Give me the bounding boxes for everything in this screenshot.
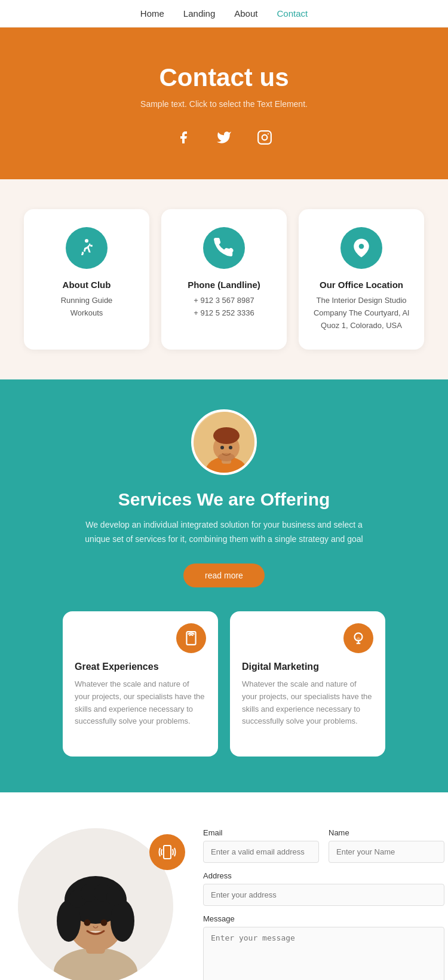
address-input[interactable]: [203, 884, 444, 906]
name-input[interactable]: [329, 841, 444, 863]
svg-point-10: [220, 446, 224, 449]
great-experiences-desc: Whatever the scale and nature of your pr…: [75, 678, 206, 728]
service-cards-container: Great Experiences Whatever the scale and…: [18, 611, 430, 757]
svg-point-2: [268, 133, 269, 134]
twitter-icon[interactable]: [212, 125, 236, 149]
phone-numbers: + 912 3 567 8987+ 912 5 252 3336: [173, 295, 275, 320]
contact-form: Email Name Address Message SUBMIT Images…: [203, 828, 444, 980]
facebook-icon[interactable]: [171, 125, 195, 149]
social-icons: [12, 125, 436, 149]
phone-title: Phone (Landline): [173, 280, 275, 290]
svg-point-3: [85, 239, 88, 243]
nav-landing[interactable]: Landing: [183, 8, 215, 19]
svg-point-4: [359, 244, 364, 249]
svg-point-28: [101, 920, 108, 926]
services-description: We develop an individual integrated solu…: [75, 518, 373, 547]
location-address: The Interior Design Studio Company The C…: [311, 295, 412, 332]
form-image-side: [18, 828, 185, 980]
contact-form-section: Email Name Address Message SUBMIT Images…: [0, 792, 448, 980]
email-input[interactable]: [203, 841, 319, 863]
svg-rect-0: [258, 131, 271, 144]
name-label: Name: [329, 828, 444, 837]
digital-marketing-card: Digital Marketing Whatever the scale and…: [230, 611, 385, 757]
digital-marketing-title: Digital Marketing: [242, 662, 373, 672]
location-title: Our Office Location: [311, 280, 412, 290]
svg-point-1: [262, 135, 268, 140]
read-more-button[interactable]: read more: [183, 564, 265, 587]
great-experiences-title: Great Experiences: [75, 662, 206, 672]
hero-subtitle: Sample text. Click to select the Text El…: [12, 99, 436, 109]
nav-contact[interactable]: Contact: [277, 8, 308, 19]
svg-point-12: [218, 453, 235, 461]
name-group: Name: [329, 828, 444, 863]
digital-marketing-desc: Whatever the scale and nature of your pr…: [242, 678, 373, 728]
svg-point-26: [106, 889, 123, 905]
great-experiences-card: Great Experiences Whatever the scale and…: [63, 611, 218, 757]
email-label: Email: [203, 828, 319, 837]
address-label: Address: [203, 871, 444, 880]
phone-icon: [203, 227, 245, 269]
about-club-title: About Club: [36, 280, 137, 290]
svg-rect-29: [164, 846, 171, 859]
svg-point-27: [84, 920, 91, 926]
services-title: Services We are Offering: [18, 489, 430, 510]
nav-home[interactable]: Home: [140, 8, 164, 19]
contact-cards-section: About Club Running GuideWorkouts Phone (…: [0, 179, 448, 379]
instagram-icon[interactable]: [253, 125, 277, 149]
message-textarea[interactable]: [203, 927, 444, 980]
services-section: Services We are Offering We develop an i…: [0, 379, 448, 792]
runner-icon: [66, 227, 108, 269]
about-club-card: About Club Running GuideWorkouts: [24, 209, 149, 350]
location-icon: [340, 227, 382, 269]
about-club-lines: Running GuideWorkouts: [36, 295, 137, 320]
svg-point-9: [213, 427, 240, 444]
person-avatar: [191, 409, 257, 475]
location-card: Our Office Location The Interior Design …: [299, 209, 424, 350]
navigation: Home Landing About Contact: [0, 0, 448, 27]
email-group: Email: [203, 828, 319, 863]
svg-point-11: [229, 446, 232, 449]
nav-about[interactable]: About: [234, 8, 257, 19]
hero-section: Contact us Sample text. Click to select …: [0, 27, 448, 179]
bulb-icon: [343, 623, 373, 653]
hero-title: Contact us: [12, 63, 436, 92]
address-group: Address: [203, 871, 444, 906]
svg-point-22: [111, 900, 134, 942]
mobile-icon: [176, 623, 206, 653]
phone-card: Phone (Landline) + 912 3 567 8987+ 912 5…: [161, 209, 287, 350]
message-label: Message: [203, 914, 444, 923]
phone-ringing-icon: [149, 834, 185, 870]
message-group: Message: [203, 914, 444, 980]
email-name-row: Email Name: [203, 828, 444, 863]
